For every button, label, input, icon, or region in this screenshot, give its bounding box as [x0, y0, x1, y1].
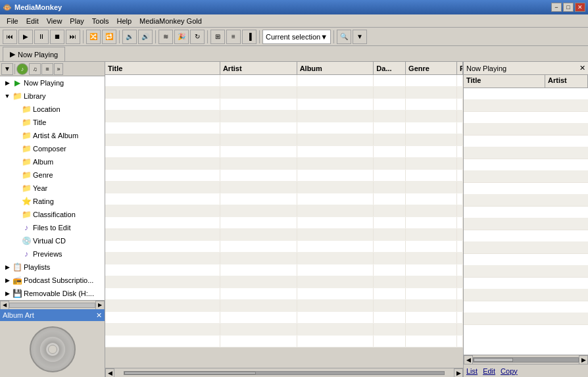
table-row[interactable] [105, 122, 463, 134]
col-title[interactable]: Title [105, 62, 220, 74]
tree-item-album[interactable]: 📁 Album [0, 155, 105, 168]
tree-item-podcast[interactable]: ▶ 📻 Podcast Subscriptio... [0, 274, 105, 287]
menu-edit[interactable]: Edit [22, 16, 43, 26]
col-rating[interactable]: Ratin [457, 62, 463, 74]
bar-button[interactable]: ▐ [242, 30, 257, 44]
table-row[interactable] [105, 158, 463, 170]
resync-button[interactable]: ↻ [190, 30, 205, 44]
table-row[interactable] [105, 288, 463, 300]
hscroll-thumb[interactable] [124, 372, 256, 374]
tree-item-files-to-edit[interactable]: ♪ Files to Edit [0, 221, 105, 234]
next-button[interactable]: ⏭ [66, 30, 80, 44]
sidebar-tb-btn-2[interactable]: ♪ [16, 63, 28, 75]
album-art-close-icon[interactable]: ✕ [96, 311, 102, 320]
col-artist[interactable]: Artist [220, 62, 297, 74]
menu-view[interactable]: View [43, 16, 66, 26]
table-row[interactable] [105, 253, 463, 264]
table-row[interactable] [105, 193, 463, 205]
hscroll-track[interactable] [124, 371, 445, 375]
tree-item-genre[interactable]: 📁 Genre [0, 168, 105, 182]
table-row[interactable] [105, 264, 463, 276]
tree-item-location[interactable]: 📁 Location [0, 103, 105, 116]
sidebar-tb-btn-5[interactable]: » [54, 63, 63, 75]
table-row[interactable] [105, 276, 463, 288]
minimize-button[interactable]: − [551, 3, 562, 12]
stop-button[interactable]: ⏹ [50, 30, 64, 44]
now-playing-tab[interactable]: ▶ Now Playing [3, 47, 65, 61]
party-button[interactable]: 🎉 [174, 30, 189, 44]
col-genre[interactable]: Genre [406, 62, 457, 74]
sidebar-tb-btn-4[interactable]: ≡ [41, 63, 53, 75]
vol-up-button[interactable]: 🔊 [138, 30, 153, 44]
tree-item-rating[interactable]: ⭐ Rating [0, 195, 105, 208]
right-hscroll-left[interactable]: ◀ [464, 355, 473, 364]
table-row[interactable] [105, 312, 463, 324]
hscroll-left[interactable]: ◀ [105, 368, 114, 378]
vol-down-button[interactable]: 🔉 [122, 30, 137, 44]
right-hscroll-thumb[interactable] [474, 358, 513, 362]
right-hscroll-right[interactable]: ▶ [579, 355, 588, 364]
maximize-button[interactable]: □ [563, 3, 574, 12]
menu-help[interactable]: Help [112, 16, 135, 26]
tree-item-artist-album[interactable]: 📁 Artist & Album [0, 129, 105, 142]
tree-item-year[interactable]: 📁 Year [0, 182, 105, 195]
col-album[interactable]: Album [297, 62, 374, 74]
tree-item-composer[interactable]: 📁 Composer [0, 142, 105, 155]
sidebar-hscroll[interactable]: ◀ ▶ [0, 300, 105, 309]
table-row[interactable] [105, 205, 463, 217]
search-options-button[interactable]: ▼ [353, 30, 367, 44]
prev-button[interactable]: ⏮ [3, 30, 17, 44]
hscroll-right[interactable]: ▶ [454, 368, 463, 378]
menu-gold[interactable]: MediaMonkey Gold [135, 16, 206, 26]
footer-edit-link[interactable]: Edit [483, 367, 495, 375]
table-row[interactable] [105, 146, 463, 158]
pause-button[interactable]: ⏸ [34, 30, 49, 44]
footer-list-link[interactable]: List [466, 367, 478, 375]
play-button[interactable]: ▶ [18, 30, 33, 44]
right-col-title[interactable]: Title [464, 75, 545, 88]
tree-item-removable-h[interactable]: ▶ 💾 Removable Disk (H:... [0, 287, 105, 300]
tree-item-library[interactable]: ▼ 📁 Library [0, 89, 105, 103]
list-button[interactable]: ≡ [226, 30, 241, 44]
right-col-artist[interactable]: Artist [545, 75, 588, 88]
tree-item-title[interactable]: 📁 Title [0, 116, 105, 129]
right-hscroll-track[interactable] [473, 357, 579, 363]
shuffle-button[interactable]: 🔀 [86, 30, 101, 44]
tree-item-virtual-cd[interactable]: 💿 Virtual CD [0, 234, 105, 247]
selection-dropdown[interactable]: Current selection ▼ [262, 30, 331, 44]
table-row[interactable] [105, 99, 463, 111]
table-row[interactable] [105, 241, 463, 253]
sidebar-hscroll-track[interactable] [9, 303, 95, 308]
tree-item-classification[interactable]: 📁 Classification [0, 208, 105, 221]
tree-item-previews[interactable]: ♪ Previews [0, 247, 105, 261]
right-panel-close-icon[interactable]: ✕ [579, 64, 585, 72]
track-hscroll[interactable]: ◀ ▶ [105, 368, 463, 377]
repeat-button[interactable]: 🔁 [102, 30, 116, 44]
footer-copy-link[interactable]: Copy [501, 367, 518, 375]
sidebar-tb-btn-1[interactable]: ▼ [1, 63, 13, 75]
equalizer-button[interactable]: ≋ [159, 30, 173, 44]
sidebar-hscroll-right[interactable]: ▶ [95, 301, 105, 310]
table-row[interactable] [105, 324, 463, 336]
tree-item-playlists[interactable]: ▶ 📋 Playlists [0, 261, 105, 274]
search-button[interactable]: 🔍 [337, 30, 351, 44]
menu-play[interactable]: Play [66, 16, 87, 26]
menu-tools[interactable]: Tools [88, 16, 113, 26]
col-date[interactable]: Da... [374, 62, 406, 74]
sidebar-tb-btn-3[interactable]: ♫ [29, 63, 41, 75]
menu-file[interactable]: File [3, 16, 22, 26]
table-row[interactable] [105, 217, 463, 229]
table-row[interactable] [105, 87, 463, 99]
grid-button[interactable]: ⊞ [210, 30, 225, 44]
table-row[interactable] [105, 300, 463, 312]
close-button[interactable]: ✕ [575, 3, 585, 12]
table-row[interactable] [105, 75, 463, 87]
table-row[interactable] [105, 229, 463, 241]
table-row[interactable] [105, 182, 463, 193]
table-row[interactable] [105, 170, 463, 182]
table-row[interactable] [105, 134, 463, 146]
tree-item-now-playing[interactable]: ▶ ▶ Now Playing [0, 76, 105, 89]
table-row[interactable] [105, 336, 463, 347]
right-hscroll[interactable]: ◀ ▶ [464, 355, 588, 364]
table-row[interactable] [105, 111, 463, 122]
